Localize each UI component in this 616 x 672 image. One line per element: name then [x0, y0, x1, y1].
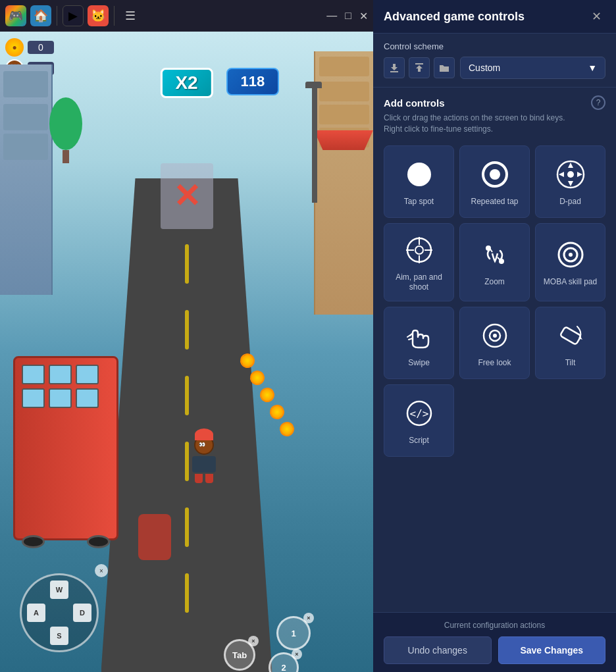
svg-point-2: [407, 163, 431, 186]
w-key[interactable]: W: [50, 581, 68, 599]
tap-1-label: 1: [291, 629, 295, 638]
scheme-dropdown[interactable]: Custom ▼: [460, 57, 605, 79]
play-store-icon[interactable]: ▶: [63, 5, 84, 26]
game-area: 🎮 🏠 ▶ 🐱 ☰ — □ ✕ ● 0 🐻 0 X2 118: [0, 0, 373, 672]
tilt-icon: [555, 320, 586, 351]
svg-marker-8: [559, 172, 564, 177]
save-changes-button[interactable]: Save Changes: [498, 636, 606, 664]
script-card[interactable]: </> Script: [384, 384, 454, 457]
maximize-button[interactable]: □: [345, 10, 351, 22]
svg-point-21: [569, 253, 573, 257]
home-icon[interactable]: 🏠: [30, 5, 51, 26]
controls-grid: Tap spot Repeated tap: [384, 145, 605, 457]
advanced-controls-panel: Advanced game controls ✕ Control scheme: [373, 0, 616, 672]
s-key[interactable]: S: [50, 627, 68, 645]
bus-window: [22, 388, 45, 408]
panel-close-button[interactable]: ✕: [588, 8, 605, 25]
swipe-icon: [403, 320, 435, 351]
tap-1-button[interactable]: 1 ×: [276, 616, 311, 650]
score-display: 118: [226, 68, 280, 95]
coin: [257, 385, 277, 405]
svg-point-4: [490, 169, 500, 180]
building-left: [0, 65, 53, 295]
tilt-label: Tilt: [565, 358, 576, 369]
wasd-close-button[interactable]: ×: [95, 564, 108, 577]
close-button[interactable]: ✕: [359, 10, 368, 22]
multiplier-badge: X2: [160, 68, 213, 98]
panel-footer: Current configuration actions Undo chang…: [373, 612, 616, 672]
obstacle: ✕: [161, 163, 213, 229]
moba-skill-pad-icon: [555, 239, 586, 271]
char-body: 👀: [188, 435, 220, 475]
svg-point-24: [493, 334, 497, 338]
moba-skill-pad-card[interactable]: MOBA skill pad: [535, 223, 605, 301]
tap-2-button[interactable]: 2 ×: [269, 652, 299, 672]
add-controls-section: Add controls ? Click or drag the actions…: [373, 88, 616, 612]
control-scheme-section: Control scheme: [373, 34, 616, 88]
panel-header: Advanced game controls ✕: [373, 0, 616, 34]
swipe-card[interactable]: Swipe: [384, 307, 454, 379]
tap-spot-card[interactable]: Tap spot: [384, 145, 454, 218]
repeated-tap-icon: [479, 159, 511, 190]
aim-pan-shoot-icon: [403, 234, 435, 266]
player-character: 👀: [184, 435, 224, 488]
swipe-label: Swipe: [408, 358, 430, 369]
road: [101, 178, 272, 672]
zoom-card[interactable]: Zoom: [459, 223, 530, 301]
tab-close-button[interactable]: ×: [248, 636, 259, 646]
bluestacks-icon[interactable]: 🎮: [5, 5, 26, 26]
game-icon[interactable]: 🐱: [88, 5, 109, 26]
svg-rect-0: [390, 71, 398, 72]
free-look-card[interactable]: Free look: [459, 307, 530, 379]
tap-1-close-button[interactable]: ×: [303, 613, 314, 623]
minimize-button[interactable]: —: [326, 10, 337, 22]
aim-pan-shoot-card[interactable]: Aim, pan and shoot: [384, 223, 454, 301]
scheme-row: Custom ▼: [384, 57, 605, 79]
coin-score-1: 0: [28, 41, 54, 54]
tree-top: [49, 97, 82, 150]
panel-title: Advanced game controls: [384, 10, 525, 24]
repeated-tap-card[interactable]: Repeated tap: [459, 145, 530, 218]
footer-buttons: Undo changes Save Changes: [384, 636, 605, 664]
divider: [114, 6, 115, 26]
save-scheme-button[interactable]: [384, 57, 405, 78]
hamburger-menu[interactable]: ☰: [120, 6, 141, 26]
free-look-icon: [479, 320, 511, 351]
tilt-card[interactable]: Tilt: [535, 307, 605, 379]
svg-marker-6: [568, 163, 573, 168]
script-label: Script: [409, 436, 429, 446]
game-canvas: ● 0 🐻 0 X2 118 ⏸: [0, 32, 373, 672]
scheme-icons: [384, 57, 455, 78]
svg-point-12: [415, 246, 423, 254]
zoom-icon: [479, 239, 511, 271]
export-scheme-button[interactable]: [409, 57, 430, 78]
d-pad-card[interactable]: D-pad: [535, 145, 605, 218]
svg-marker-7: [568, 181, 573, 186]
zoom-label: Zoom: [484, 277, 505, 288]
bus-windows: [15, 358, 116, 415]
a-key[interactable]: A: [27, 604, 45, 622]
lamp-head: [305, 82, 322, 88]
char-hat: [195, 428, 213, 440]
svg-rect-1: [415, 63, 423, 65]
window-controls: — □ ✕: [326, 10, 368, 22]
building-right: [314, 51, 373, 315]
tap-2-close-button[interactable]: ×: [292, 649, 302, 659]
bus-window: [76, 388, 99, 408]
d-pad-label: D-pad: [559, 197, 581, 207]
undo-changes-button[interactable]: Undo changes: [384, 636, 492, 664]
bus-window: [22, 365, 45, 384]
tap-spot-icon: [403, 159, 435, 190]
svg-text:</>: </>: [409, 407, 428, 420]
d-key[interactable]: D: [73, 604, 91, 622]
add-controls-title: Add controls: [384, 97, 445, 109]
folder-scheme-button[interactable]: [434, 57, 455, 78]
scheme-value: Custom: [469, 63, 500, 73]
char-legs: [188, 474, 220, 483]
tab-button[interactable]: Tab ×: [224, 639, 255, 671]
control-scheme-label: Control scheme: [384, 41, 605, 51]
bus: [13, 356, 118, 540]
help-icon-button[interactable]: ?: [591, 95, 605, 110]
svg-marker-9: [577, 172, 582, 177]
aim-pan-shoot-label: Aim, pan and shoot: [390, 272, 448, 293]
